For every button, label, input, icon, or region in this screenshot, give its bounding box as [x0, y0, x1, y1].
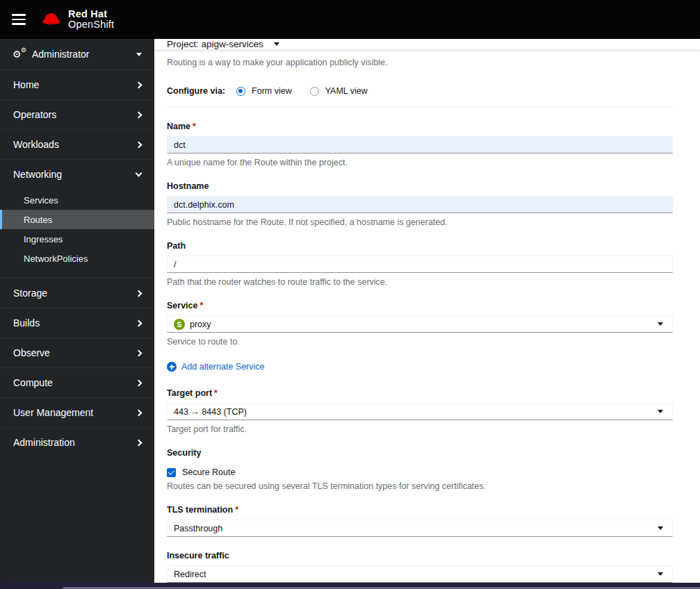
chevron-right-icon — [136, 111, 143, 118]
hostname-help: Public hostname for the Route. If not sp… — [167, 217, 673, 227]
perspective-switcher[interactable]: ⚙ ⚙ Administrator — [0, 39, 154, 69]
chevron-right-icon — [136, 349, 143, 356]
chevron-right-icon — [136, 439, 143, 446]
sidebar-item-ingresses[interactable]: Ingresses — [0, 229, 154, 249]
hostname-input[interactable] — [167, 196, 673, 213]
sidebar-item-administration[interactable]: Administration — [0, 427, 154, 457]
chevron-right-icon — [136, 81, 143, 88]
brand-redhat: Red Hat — [68, 9, 114, 19]
brand-logo[interactable]: Red Hat OpenShift — [41, 9, 114, 30]
hostname-field-group: Hostname Public hostname for the Route. … — [167, 181, 673, 227]
insecure-traffic-select-value: Redirect — [174, 570, 206, 579]
checkbox-checked-icon[interactable] — [167, 468, 176, 477]
path-label: Path — [167, 241, 673, 251]
radio-label: YAML view — [325, 86, 368, 96]
target-port-label: Target port* — [167, 388, 673, 398]
window-bottom-edge — [0, 583, 700, 589]
chevron-right-icon — [136, 409, 143, 416]
path-field-group: Path Path that the router watches to rou… — [167, 241, 673, 287]
project-selector[interactable]: Project: apigw-services — [154, 39, 700, 50]
hamburger-menu-icon[interactable] — [12, 14, 26, 25]
sidebar-item-label: Workloads — [13, 139, 59, 150]
caret-down-icon — [136, 53, 142, 56]
sidebar-item-label: NetworkPolicies — [24, 254, 88, 264]
sidebar-item-label: Home — [13, 79, 39, 90]
target-port-select[interactable]: 443 → 8443 (TCP) — [167, 403, 673, 420]
sidebar-nav: ⚙ ⚙ Administrator Home Operators Workloa… — [0, 39, 154, 583]
radio-unchecked-icon — [310, 87, 319, 96]
name-input[interactable] — [167, 136, 673, 154]
required-asterisk: * — [193, 122, 196, 131]
sidebar-item-home[interactable]: Home — [0, 69, 154, 99]
secure-route-checkbox-row[interactable]: Secure Route — [167, 467, 673, 477]
tls-termination-select[interactable]: Passthrough — [167, 520, 673, 537]
sidebar-item-label: Routes — [24, 215, 52, 225]
path-help: Path that the router watches to route tr… — [167, 277, 673, 287]
sidebar-item-label: Builds — [13, 317, 40, 329]
networking-subnav: Services Routes Ingresses NetworkPolicie… — [0, 189, 154, 278]
create-route-form: Routing is a way to make your applicatio… — [154, 50, 700, 589]
caret-down-icon — [658, 572, 663, 576]
service-select-value: proxy — [190, 320, 211, 329]
sidebar-item-label: Observe — [13, 347, 50, 358]
target-port-field-group: Target port* 443 → 8443 (TCP) Target por… — [167, 388, 673, 434]
configure-via-label: Configure via: — [167, 86, 225, 96]
add-alternate-service-label: Add alternate Service — [181, 362, 265, 372]
add-alternate-service-link[interactable]: Add alternate Service — [167, 362, 265, 372]
service-help: Service to route to. — [167, 337, 673, 347]
chevron-right-icon — [136, 379, 143, 386]
sidebar-item-user-management[interactable]: User Management — [0, 397, 154, 427]
openshift-console-window: Red Hat OpenShift ⚙ ⚙ Administrator Home… — [0, 0, 700, 589]
tls-termination-label: TLS termination* — [167, 505, 673, 515]
radio-form-view[interactable]: Form view — [236, 86, 292, 96]
sidebar-item-operators[interactable]: Operators — [0, 99, 154, 129]
service-field-group: Service* S proxy Service to route to. — [167, 301, 673, 347]
caret-down-icon — [274, 42, 279, 46]
required-asterisk: * — [200, 301, 203, 310]
chevron-right-icon — [136, 141, 143, 148]
sidebar-item-observe[interactable]: Observe — [0, 338, 154, 367]
security-section: Security Secure Route Routes can be secu… — [167, 448, 673, 491]
sidebar-item-workloads[interactable]: Workloads — [0, 129, 154, 159]
sidebar-item-storage[interactable]: Storage — [0, 278, 154, 308]
tls-termination-select-value: Passthrough — [174, 524, 222, 533]
path-input[interactable] — [167, 256, 673, 273]
secure-route-label: Secure Route — [182, 467, 235, 477]
security-help: Routes can be secured using several TLS … — [167, 481, 673, 491]
sidebar-item-label: Operators — [13, 109, 56, 120]
name-help: A unique name for the Route within the p… — [167, 158, 673, 167]
sidebar-item-networkpolicies[interactable]: NetworkPolicies — [0, 249, 154, 268]
perspective-label: Administrator — [32, 49, 89, 60]
sidebar-item-compute[interactable]: Compute — [0, 367, 154, 397]
sidebar-item-label: Ingresses — [24, 234, 63, 244]
masthead: Red Hat OpenShift — [0, 0, 700, 39]
sidebar-item-networking[interactable]: Networking — [0, 159, 154, 189]
insecure-traffic-select[interactable]: Redirect — [167, 565, 673, 583]
tls-termination-field-group: TLS termination* Passthrough — [167, 505, 673, 537]
plus-circle-icon — [167, 362, 177, 372]
target-port-select-value: 443 → 8443 (TCP) — [174, 407, 247, 417]
chevron-down-icon — [136, 169, 143, 176]
page-description: Routing is a way to make your applicatio… — [167, 58, 673, 67]
configure-via-row: Configure via: Form view YAML view — [167, 86, 673, 96]
caret-down-icon — [658, 410, 663, 413]
radio-yaml-view[interactable]: YAML view — [310, 86, 368, 96]
redhat-fedora-icon — [41, 11, 62, 28]
sidebar-item-label: Administration — [13, 437, 75, 448]
sidebar-item-routes[interactable]: Routes — [0, 210, 154, 229]
hostname-label: Hostname — [167, 181, 673, 191]
caret-down-icon — [658, 322, 663, 326]
sidebar-item-builds[interactable]: Builds — [0, 308, 154, 338]
chevron-right-icon — [136, 290, 143, 297]
caret-down-icon — [658, 526, 663, 530]
name-field-group: Name* A unique name for the Route within… — [167, 122, 673, 167]
sidebar-item-label: User Management — [13, 407, 93, 418]
cogs-icon: ⚙ ⚙ — [13, 48, 27, 60]
brand-text: Red Hat OpenShift — [68, 9, 114, 30]
target-port-help: Target port for traffic. — [167, 424, 673, 434]
chevron-right-icon — [136, 320, 143, 326]
service-select[interactable]: S proxy — [167, 315, 673, 333]
radio-label: Form view — [252, 86, 292, 96]
brand-openshift: OpenShift — [68, 19, 114, 30]
sidebar-item-services[interactable]: Services — [0, 190, 154, 210]
